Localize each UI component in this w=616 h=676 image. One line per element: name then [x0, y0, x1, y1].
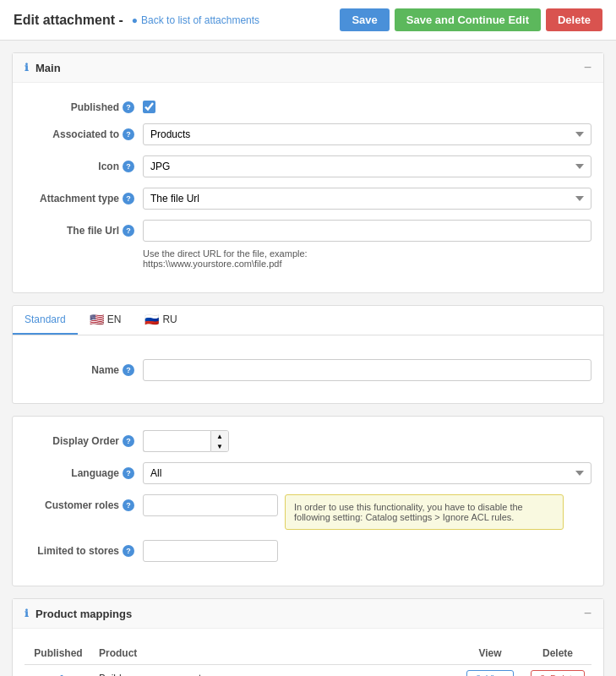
settings-panel-body: Display Order ? 0 ▲ ▼ Language ?	[13, 417, 603, 586]
published-group: Published ?	[25, 96, 591, 113]
file-url-input[interactable]: https://www.apple.com/v/ipad-10.9/b/imag…	[143, 220, 591, 242]
attachment-type-help-icon[interactable]: ?	[123, 193, 134, 204]
attachment-type-label: Attachment type ?	[25, 188, 143, 204]
view-product-button[interactable]: 👁 View	[466, 670, 514, 676]
associated-to-select[interactable]: Products Categories Manufacturers	[143, 123, 591, 145]
attachment-type-select[interactable]: The file Url File upload	[143, 188, 591, 210]
product-mappings-body: Published Product View Delete ✔ Build yo…	[13, 629, 603, 676]
collapse-mappings-icon[interactable]: −	[584, 606, 591, 621]
name-label: Name ?	[25, 359, 143, 376]
associated-to-help-icon[interactable]: ?	[123, 128, 134, 140]
tab-ru[interactable]: 🇷🇺 RU	[133, 306, 188, 335]
customer-roles-help-icon[interactable]: ?	[123, 499, 134, 511]
acl-notice: In order to use this functionality, you …	[285, 494, 564, 530]
top-bar-left: Edit attachment - ● Back to list of atta…	[14, 13, 259, 28]
display-order-spinner: ▲ ▼	[210, 430, 229, 452]
display-order-wrap: 0 ▲ ▼	[143, 430, 229, 452]
delete-button[interactable]: Delete	[546, 8, 602, 31]
file-url-input-wrap: https://www.apple.com/v/ipad-10.9/b/imag…	[143, 220, 591, 269]
main-panel-title: ℹ Main	[25, 62, 61, 74]
published-label: Published ?	[25, 96, 143, 113]
product-mappings-title: ℹ Product mappings	[25, 608, 132, 620]
associated-to-group: Associated to ? Products Categories Manu…	[25, 123, 591, 145]
row-view: 👁 View	[456, 665, 524, 677]
product-mappings-info-icon: ℹ	[25, 608, 29, 619]
tab-en[interactable]: 🇺🇸 EN	[78, 306, 134, 335]
row-product-name: Build your own computer	[92, 665, 456, 677]
ru-flag: 🇷🇺	[144, 313, 159, 326]
published-checkmark: ✔	[53, 672, 64, 677]
col-header-view: View	[456, 642, 524, 665]
product-table: Published Product View Delete ✔ Build yo…	[25, 642, 591, 676]
file-url-group: The file Url ? https://www.apple.com/v/i…	[25, 220, 591, 269]
limited-to-stores-input[interactable]	[143, 540, 278, 562]
product-table-body: ✔ Build your own computer 👁 View	[25, 665, 591, 677]
collapse-main-icon[interactable]: −	[584, 60, 591, 75]
en-flag: 🇺🇸	[90, 313, 104, 326]
published-help-icon[interactable]: ?	[123, 101, 134, 113]
save-button[interactable]: Save	[340, 8, 389, 31]
customer-roles-label: Customer roles ?	[25, 494, 143, 511]
table-row: ✔ Build your own computer 👁 View	[25, 665, 591, 677]
limited-to-stores-help-icon[interactable]: ?	[123, 545, 134, 557]
associated-to-label: Associated to ?	[25, 123, 143, 140]
back-link-icon: ●	[132, 14, 138, 26]
tab-content: Name ? Apple URL	[13, 347, 603, 403]
published-checkbox[interactable]	[143, 101, 155, 113]
customer-roles-input[interactable]	[143, 494, 278, 516]
language-tabs: Standard 🇺🇸 EN 🇷🇺 RU	[13, 306, 603, 335]
spinner-up-button[interactable]: ▲	[211, 431, 228, 441]
row-delete: 🗑 Delete	[524, 665, 591, 677]
icon-help-icon[interactable]: ?	[123, 161, 134, 172]
main-panel-header: ℹ Main −	[13, 53, 603, 83]
limited-to-stores-group: Limited to stores ?	[25, 540, 591, 562]
product-table-header-row: Published Product View Delete	[25, 642, 591, 665]
language-select[interactable]: All English Russian	[143, 462, 591, 484]
attachment-type-group: Attachment type ? The file Url File uplo…	[25, 188, 591, 210]
name-input[interactable]: Apple URL	[143, 359, 591, 381]
language-group: Language ? All English Russian	[25, 462, 591, 484]
delete-product-button[interactable]: 🗑 Delete	[531, 670, 585, 676]
col-header-delete: Delete	[524, 642, 591, 665]
file-url-label: The file Url ?	[25, 220, 143, 237]
product-table-head: Published Product View Delete	[25, 642, 591, 665]
top-bar-buttons: Save Save and Continue Edit Delete	[340, 8, 602, 31]
customer-roles-group: Customer roles ? In order to use this fu…	[25, 494, 591, 530]
icon-select[interactable]: JPG PNG PDF DOC	[143, 155, 591, 177]
display-order-help-icon[interactable]: ?	[123, 435, 134, 447]
file-url-help-icon[interactable]: ?	[123, 225, 134, 237]
settings-panel: Display Order ? 0 ▲ ▼ Language ?	[12, 416, 604, 586]
display-order-label: Display Order ?	[25, 430, 143, 447]
tab-standard[interactable]: Standard	[13, 306, 78, 335]
language-label: Language ?	[25, 462, 143, 479]
file-url-hint: Use the direct URL for the file, example…	[143, 248, 591, 269]
product-mappings-header: ℹ Product mappings −	[13, 599, 603, 629]
icon-group: Icon ? JPG PNG PDF DOC	[25, 155, 591, 177]
icon-label: Icon ?	[25, 155, 143, 172]
display-order-group: Display Order ? 0 ▲ ▼	[25, 430, 591, 452]
back-to-list-link[interactable]: ● Back to list of attachments	[132, 14, 259, 26]
published-checkbox-wrap	[143, 96, 155, 113]
tabs-panel: Standard 🇺🇸 EN 🇷🇺 RU Name ? Apple URL	[12, 305, 604, 404]
spinner-down-button[interactable]: ▼	[211, 441, 228, 451]
product-mappings-panel: ℹ Product mappings − Published Product V…	[12, 598, 604, 676]
content: ℹ Main − Published ? Associated to ?	[0, 41, 616, 676]
row-published: ✔	[25, 665, 92, 677]
main-panel-body: Published ? Associated to ? Products Cat…	[13, 83, 603, 292]
col-header-published: Published	[25, 642, 92, 665]
language-help-icon[interactable]: ?	[123, 467, 134, 479]
limited-to-stores-label: Limited to stores ?	[25, 540, 143, 557]
name-help-icon[interactable]: ?	[123, 364, 134, 376]
save-continue-button[interactable]: Save and Continue Edit	[395, 8, 541, 31]
name-group: Name ? Apple URL	[25, 359, 591, 381]
top-bar: Edit attachment - ● Back to list of atta…	[0, 0, 616, 41]
col-header-product: Product	[92, 642, 456, 665]
page-title: Edit attachment -	[14, 13, 123, 28]
main-panel: ℹ Main − Published ? Associated to ?	[12, 52, 604, 293]
display-order-input[interactable]: 0	[143, 430, 210, 452]
info-icon: ℹ	[25, 62, 29, 74]
